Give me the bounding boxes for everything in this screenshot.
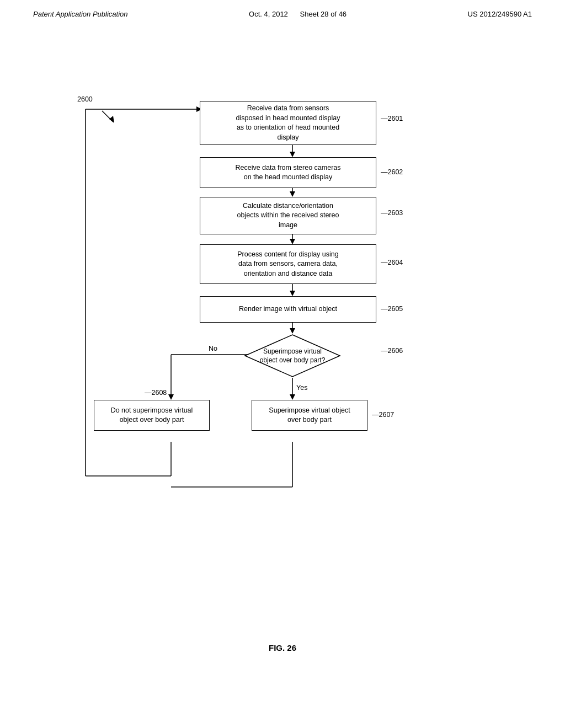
header-date-sheet: Oct. 4, 2012 Sheet 28 of 46 [249, 10, 347, 18]
label-2600: 2600 [77, 95, 93, 103]
node-2603: Calculate distance/orientationobjects wi… [200, 197, 376, 234]
svg-marker-3 [290, 191, 295, 197]
svg-text:No: No [209, 345, 217, 352]
node-2605: Render image with virtual object [200, 296, 376, 323]
svg-text:Yes: Yes [296, 384, 307, 392]
node-2606-text: Superimpose virtualobject over body part… [244, 334, 341, 378]
svg-line-24 [102, 111, 113, 122]
node-2604: Process content for display usingdata fr… [200, 244, 376, 284]
node-2608: Do not superimpose virtualobject over bo… [94, 400, 210, 431]
label-2601: —2601 [381, 115, 403, 122]
label-2602: —2602 [381, 168, 403, 176]
header-date: Oct. 4, 2012 [249, 10, 288, 18]
svg-marker-25 [109, 116, 114, 123]
svg-marker-15 [168, 394, 174, 400]
node-2602-text: Receive data from stereo camerason the h… [235, 163, 340, 183]
node-2602: Receive data from stereo camerason the h… [200, 157, 376, 188]
label-2608: —2608 [145, 389, 167, 397]
svg-marker-9 [290, 328, 295, 334]
header-patent-number: US 2012/249590 A1 [468, 10, 532, 18]
node-2603-text: Calculate distance/orientationobjects wi… [237, 201, 339, 231]
figure-caption: FIG. 26 [0, 643, 565, 652]
node-2601-text: Receive data from sensorsdisposed in hea… [236, 104, 340, 142]
svg-marker-5 [290, 239, 295, 244]
node-2605-text: Render image with virtual object [239, 304, 337, 314]
label-2606: —2606 [381, 347, 403, 355]
svg-marker-7 [290, 291, 295, 296]
label-2603: —2603 [381, 209, 403, 217]
label-2604: —2604 [381, 259, 403, 266]
diagram-area: Yes No 2600 Receive data from sensorsdis… [0, 29, 565, 669]
header-sheet: Sheet 28 of 46 [300, 10, 347, 18]
node-2608-text: Do not superimpose virtualobject over bo… [111, 406, 193, 425]
node-2607: Superimpose virtual objectover body part [252, 400, 367, 431]
node-2601: Receive data from sensorsdisposed in hea… [200, 101, 376, 145]
svg-marker-1 [290, 152, 295, 157]
node-2607-text: Superimpose virtual objectover body part [269, 406, 350, 425]
node-2604-text: Process content for display usingdata fr… [237, 250, 338, 279]
page-header: Patent Application Publication Oct. 4, 2… [0, 0, 565, 24]
label-2605: —2605 [381, 305, 403, 313]
header-publication: Patent Application Publication [33, 10, 128, 18]
svg-marker-11 [290, 394, 295, 400]
label-2607: —2607 [372, 411, 394, 419]
